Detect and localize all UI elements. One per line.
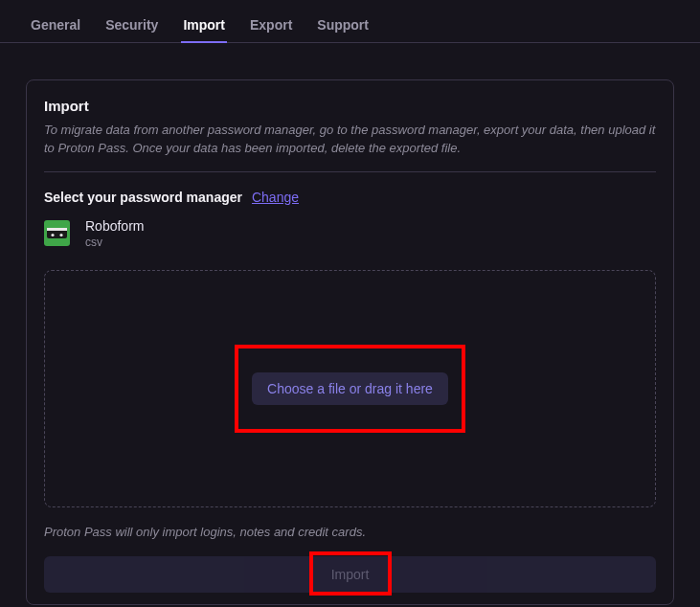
tab-import[interactable]: Import (181, 10, 227, 42)
svg-point-3 (51, 234, 54, 236)
panel-description: To migrate data from another password ma… (44, 122, 656, 172)
tab-export[interactable]: Export (248, 10, 294, 42)
select-manager-row: Select your password manager Change (44, 190, 656, 205)
import-button-row: Import (44, 556, 656, 593)
import-button[interactable]: Import (44, 556, 656, 593)
panel-title: Import (44, 98, 656, 114)
roboform-icon (44, 220, 70, 246)
choose-file-button[interactable]: Choose a file or drag it here (252, 372, 448, 405)
change-link[interactable]: Change (252, 190, 299, 205)
settings-tabs: General Security Import Export Support (0, 0, 700, 43)
provider-name: Roboform (85, 218, 144, 234)
tab-support[interactable]: Support (315, 10, 371, 42)
import-panel: Import To migrate data from another pass… (26, 79, 674, 605)
highlight-annotation: Choose a file or drag it here (235, 345, 465, 433)
tab-general[interactable]: General (29, 10, 82, 42)
selected-provider: Roboform csv (44, 218, 656, 249)
svg-rect-2 (47, 228, 67, 231)
svg-point-4 (59, 234, 62, 236)
tab-security[interactable]: Security (103, 10, 160, 42)
provider-format: csv (85, 236, 144, 249)
select-manager-label: Select your password manager (44, 190, 242, 205)
import-note: Proton Pass will only import logins, not… (44, 525, 656, 539)
file-dropzone[interactable]: Choose a file or drag it here (44, 270, 656, 507)
